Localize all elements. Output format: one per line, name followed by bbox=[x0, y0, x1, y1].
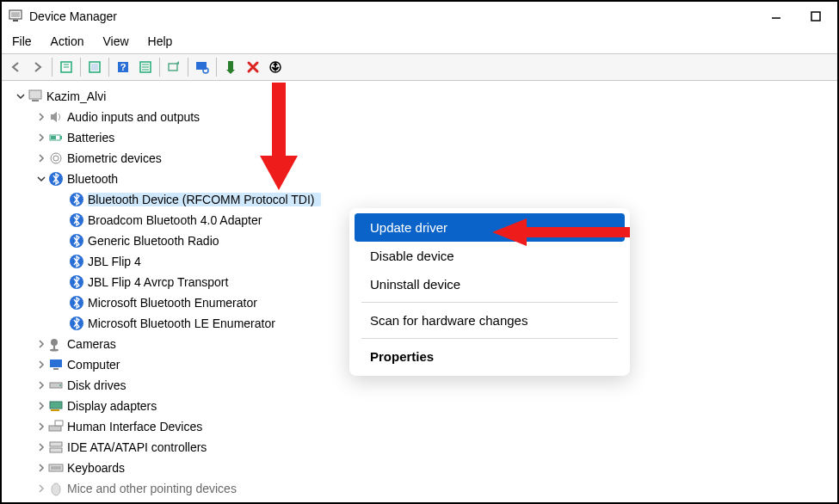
svg-rect-46 bbox=[55, 421, 63, 426]
minimize-button[interactable] bbox=[768, 9, 784, 24]
tree-root-label: Kazim_Alvi bbox=[46, 89, 106, 103]
svg-rect-47 bbox=[50, 442, 62, 446]
svg-rect-9 bbox=[91, 64, 98, 71]
tree-root[interactable]: Kazim_Alvi bbox=[10, 86, 829, 107]
svg-rect-39 bbox=[50, 360, 62, 367]
tree-category-display[interactable]: Display adapters bbox=[10, 396, 829, 416]
bluetooth-icon bbox=[69, 316, 84, 331]
svg-rect-43 bbox=[50, 402, 62, 409]
expander-right-icon[interactable] bbox=[34, 110, 48, 124]
svg-rect-40 bbox=[53, 368, 59, 370]
menu-action[interactable]: Action bbox=[51, 34, 84, 48]
svg-rect-25 bbox=[51, 136, 56, 139]
svg-rect-1 bbox=[11, 12, 20, 17]
expander-right-icon[interactable] bbox=[34, 461, 48, 475]
maximize-button[interactable] bbox=[808, 9, 824, 24]
bluetooth-icon bbox=[69, 212, 84, 228]
toolbar: ? bbox=[2, 53, 837, 81]
mouse-icon bbox=[48, 481, 64, 496]
tree-category-hid[interactable]: Human Interface Devices bbox=[10, 416, 829, 437]
window-title: Device Manager bbox=[29, 9, 117, 23]
svg-point-36 bbox=[51, 339, 58, 346]
ctx-uninstall-device[interactable]: Uninstall device bbox=[355, 270, 625, 298]
svg-rect-48 bbox=[50, 448, 62, 452]
bluetooth-icon bbox=[69, 233, 84, 249]
menubar: File Action View Help bbox=[2, 31, 837, 53]
disk-icon bbox=[48, 378, 64, 393]
forward-button[interactable] bbox=[28, 57, 48, 77]
scan-hardware-icon[interactable] bbox=[163, 57, 184, 77]
svg-rect-4 bbox=[811, 12, 820, 21]
expander-right-icon[interactable] bbox=[34, 337, 48, 351]
bt-device-row[interactable]: Bluetooth Device (RFCOMM Protocol TDI) bbox=[10, 189, 829, 210]
expander-down-icon[interactable] bbox=[34, 172, 48, 186]
fingerprint-icon bbox=[48, 151, 64, 166]
update-driver-icon[interactable] bbox=[220, 57, 241, 77]
expander-down-icon[interactable] bbox=[14, 89, 28, 103]
svg-rect-19 bbox=[228, 61, 233, 70]
expander-right-icon[interactable] bbox=[34, 420, 48, 433]
help-icon[interactable]: ? bbox=[113, 57, 133, 77]
bluetooth-icon bbox=[69, 295, 84, 310]
window-controls bbox=[768, 9, 830, 24]
monitor-icon bbox=[48, 357, 64, 372]
context-menu: Update driver Disable device Uninstall d… bbox=[349, 208, 630, 376]
svg-point-52 bbox=[52, 483, 60, 495]
storage-controller-icon bbox=[48, 439, 64, 455]
ctx-properties[interactable]: Properties bbox=[355, 342, 625, 371]
tree-category-mice[interactable]: Mice and other pointing devices bbox=[10, 478, 829, 499]
menu-file[interactable]: File bbox=[12, 34, 32, 48]
tree-category-bluetooth[interactable]: Bluetooth bbox=[10, 169, 829, 189]
expander-right-icon[interactable] bbox=[34, 131, 48, 144]
list-icon[interactable] bbox=[135, 57, 156, 77]
svg-rect-24 bbox=[60, 136, 62, 139]
svg-rect-49 bbox=[49, 464, 63, 471]
svg-rect-16 bbox=[169, 64, 177, 71]
disable-icon[interactable] bbox=[265, 57, 286, 77]
tree-category-disk[interactable]: Disk drives bbox=[10, 375, 829, 396]
monitor-search-icon[interactable] bbox=[192, 57, 213, 77]
svg-rect-22 bbox=[32, 100, 39, 101]
menu-view[interactable]: View bbox=[102, 34, 128, 48]
svg-point-38 bbox=[50, 349, 59, 352]
svg-point-27 bbox=[53, 156, 59, 161]
svg-rect-44 bbox=[51, 409, 59, 411]
show-hidden-icon[interactable] bbox=[56, 57, 77, 77]
svg-rect-45 bbox=[49, 426, 61, 431]
back-button[interactable] bbox=[5, 57, 26, 77]
svg-point-42 bbox=[59, 384, 61, 386]
svg-point-26 bbox=[51, 153, 61, 163]
ctx-disable-device[interactable]: Disable device bbox=[355, 242, 625, 270]
ctx-update-driver[interactable]: Update driver bbox=[355, 213, 625, 242]
svg-rect-21 bbox=[29, 90, 41, 99]
tree-category-audio[interactable]: Audio inputs and outputs bbox=[10, 107, 829, 127]
svg-rect-2 bbox=[13, 20, 18, 22]
bluetooth-icon bbox=[48, 171, 64, 187]
tree-category-ide[interactable]: IDE ATA/ATAPI controllers bbox=[10, 437, 829, 458]
bluetooth-icon bbox=[69, 274, 84, 290]
speaker-icon bbox=[48, 109, 64, 125]
bluetooth-icon bbox=[69, 254, 84, 269]
expander-right-icon[interactable] bbox=[34, 358, 48, 372]
expander-right-icon[interactable] bbox=[34, 440, 48, 454]
tree-category-keyboards[interactable]: Keyboards bbox=[10, 458, 829, 478]
svg-text:?: ? bbox=[120, 62, 126, 72]
properties-icon[interactable] bbox=[84, 57, 105, 77]
uninstall-icon[interactable] bbox=[243, 57, 263, 77]
bluetooth-icon bbox=[69, 192, 84, 207]
tree-category-batteries[interactable]: Batteries bbox=[10, 127, 829, 148]
tree-category-biometric[interactable]: Biometric devices bbox=[10, 148, 829, 169]
hid-icon bbox=[48, 419, 64, 434]
battery-icon bbox=[48, 130, 64, 145]
expander-right-icon[interactable] bbox=[34, 399, 48, 413]
expander-right-icon[interactable] bbox=[34, 482, 48, 495]
menu-help[interactable]: Help bbox=[148, 34, 173, 48]
ctx-scan-hardware[interactable]: Scan for hardware changes bbox=[355, 306, 625, 335]
keyboard-icon bbox=[48, 460, 64, 476]
ctx-separator bbox=[361, 338, 618, 339]
titlebar: Device Manager bbox=[2, 2, 837, 31]
expander-right-icon[interactable] bbox=[34, 151, 48, 165]
computer-icon bbox=[28, 89, 43, 104]
expander-right-icon[interactable] bbox=[34, 378, 48, 392]
ctx-separator bbox=[361, 302, 618, 303]
